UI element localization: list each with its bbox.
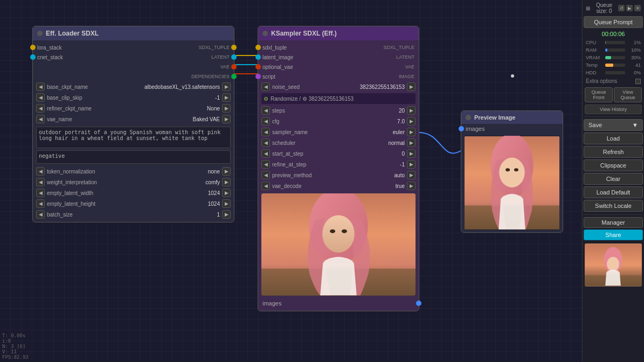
preview-images-connector[interactable] <box>459 126 464 131</box>
sampler-value: euler <box>393 129 405 135</box>
clipspace-button[interactable]: Clipspace <box>584 159 643 171</box>
view-history-btn[interactable]: View History <box>585 105 642 114</box>
refresh-button[interactable]: Refresh <box>584 146 643 158</box>
lora-label: lora_stack <box>37 45 62 51</box>
token-norm-right-btn[interactable]: ▶ <box>222 167 231 176</box>
stats-ram: RAM 10% <box>584 47 643 53</box>
stats-cpu: CPU 1% <box>584 39 643 46</box>
queue-icon-2[interactable]: ▶ <box>626 5 633 11</box>
noise-seed-left-btn[interactable]: ◀ <box>261 82 270 91</box>
refiner-ckpt-left-btn[interactable]: ◀ <box>36 104 45 113</box>
deps-connector[interactable] <box>231 74 237 79</box>
timer-display: 00:00:06 <box>584 30 643 38</box>
scheduler-label: scheduler <box>272 140 386 146</box>
sampler-label: sampler_name <box>272 129 391 135</box>
ksampler-title: KSampler SDXL (Eff.) <box>271 30 337 37</box>
vae-in-connector[interactable] <box>255 64 261 69</box>
share-button[interactable]: Share <box>584 229 643 240</box>
queue-icon-1[interactable]: ↺ <box>618 5 625 11</box>
widget-vae-name: ◀ vae_name Baked VAE ▶ <box>33 114 234 124</box>
latent-width-left-btn[interactable]: ◀ <box>36 189 45 197</box>
latent-height-right-btn[interactable]: ▶ <box>222 199 231 208</box>
positive-prompt[interactable]: outdoor portrait of a young Spanish woma… <box>36 127 231 148</box>
cfg-right-btn[interactable]: ▶ <box>407 117 416 126</box>
queue-prompt-button[interactable]: Queue Prompt <box>584 16 643 28</box>
weight-interp-left-btn[interactable]: ◀ <box>36 178 45 186</box>
save-button[interactable]: Save ▼ <box>584 119 643 131</box>
preview-method-left-btn[interactable]: ◀ <box>261 171 270 179</box>
view-queue-btn[interactable]: View Queue <box>614 87 642 102</box>
ram-fill <box>605 48 607 52</box>
clip-skip-right-btn[interactable]: ▶ <box>222 93 231 102</box>
sdxl-tuple-connector[interactable] <box>231 45 237 50</box>
cnet-input-connector[interactable] <box>30 54 36 60</box>
latent-connector[interactable] <box>231 54 237 60</box>
refine-step-right-btn[interactable]: ▶ <box>407 160 416 169</box>
sampler-right-btn[interactable]: ▶ <box>407 128 416 136</box>
vae-decode-right-btn[interactable]: ▶ <box>407 182 416 190</box>
latent-width-right-btn[interactable]: ▶ <box>222 189 231 197</box>
lora-input-connector[interactable] <box>30 45 36 50</box>
temp-fill <box>605 64 613 67</box>
steps-left-btn[interactable]: ◀ <box>261 106 270 115</box>
base-ckpt-label: base_ckpt_name <box>47 84 142 90</box>
preview-method-right-btn[interactable]: ▶ <box>407 171 416 179</box>
images-out-connector[interactable] <box>416 301 421 306</box>
widget-sampler: ◀ sampler_name euler ▶ <box>258 127 419 137</box>
scheduler-value: normal <box>388 140 405 146</box>
batch-size-right-btn[interactable]: ▶ <box>222 210 231 219</box>
vae-out-type: VAE <box>220 64 230 69</box>
start-step-right-btn[interactable]: ▶ <box>407 149 416 158</box>
noise-seed-value: 382362255136153 <box>360 84 405 90</box>
latent-height-value: 1024 <box>208 201 220 207</box>
load-button[interactable]: Load <box>584 133 643 144</box>
negative-prompt[interactable]: negative <box>36 150 231 164</box>
vae-decode-left-btn[interactable]: ◀ <box>261 182 270 190</box>
weight-interp-right-btn[interactable]: ▶ <box>222 178 231 186</box>
token-norm-value: none <box>208 169 220 175</box>
hdd-val: 0% <box>627 70 641 75</box>
steps-right-btn[interactable]: ▶ <box>407 106 416 115</box>
cpu-val: 1% <box>627 40 641 45</box>
sampler-left-btn[interactable]: ◀ <box>261 128 270 136</box>
bottom-status: T: 0.00s i:0 N: 3 [6] V: 11 FPS:82.93 <box>2 333 29 360</box>
refine-step-left-btn[interactable]: ◀ <box>261 160 270 169</box>
vae-decode-value: true <box>396 183 405 189</box>
vae-name-label: vae_name <box>47 116 191 122</box>
queue-front-btn[interactable]: Queue Front <box>585 87 613 102</box>
vae-name-right-btn[interactable]: ▶ <box>222 115 231 123</box>
script-in-connector[interactable] <box>255 74 261 79</box>
extra-options-row: Extra options <box>584 77 643 85</box>
scheduler-left-btn[interactable]: ◀ <box>261 138 270 147</box>
base-ckpt-right-btn[interactable]: ▶ <box>222 82 231 91</box>
widget-batch-size: ◀ batch_size 1 ▶ <box>33 209 234 220</box>
refiner-ckpt-right-btn[interactable]: ▶ <box>222 104 231 113</box>
latent-height-left-btn[interactable]: ◀ <box>36 199 45 208</box>
latent-in-connector[interactable] <box>255 54 261 60</box>
clip-skip-left-btn[interactable]: ◀ <box>36 93 45 102</box>
start-step-value: 0 <box>401 151 405 157</box>
queue-action-btns: Queue Front View Queue <box>584 86 643 103</box>
extra-options-checkbox[interactable] <box>635 79 641 84</box>
latent-width-label: empty_latent_width <box>47 190 206 196</box>
svg-point-10 <box>505 168 510 171</box>
switch-locale-button[interactable]: Switch Locale <box>584 200 643 212</box>
cfg-left-btn[interactable]: ◀ <box>261 117 270 126</box>
scheduler-right-btn[interactable]: ▶ <box>407 138 416 147</box>
queue-icon-close[interactable]: ✕ <box>634 5 641 11</box>
randomize-label: Randomize / ⚙ 382362255136153 <box>271 96 413 102</box>
base-ckpt-left-btn[interactable]: ◀ <box>36 82 45 91</box>
batch-size-left-btn[interactable]: ◀ <box>36 210 45 219</box>
start-step-left-btn[interactable]: ◀ <box>261 149 270 158</box>
load-default-button[interactable]: Load Default <box>584 186 643 198</box>
manager-button[interactable]: Manager <box>584 217 643 228</box>
ksampler-node: KSampler SDXL (Eff.) sdxl_tuple SDXL_TUP… <box>258 26 419 311</box>
clear-button[interactable]: Clear <box>584 173 643 185</box>
sdxl-in-connector[interactable] <box>255 45 261 50</box>
vae-name-left-btn[interactable]: ◀ <box>36 115 45 123</box>
token-norm-left-btn[interactable]: ◀ <box>36 167 45 176</box>
widget-steps: ◀ steps 20 ▶ <box>258 105 419 116</box>
vae-out-connector[interactable] <box>231 64 237 69</box>
temp-label: Temp <box>586 62 603 68</box>
noise-seed-right-btn[interactable]: ▶ <box>407 82 416 91</box>
